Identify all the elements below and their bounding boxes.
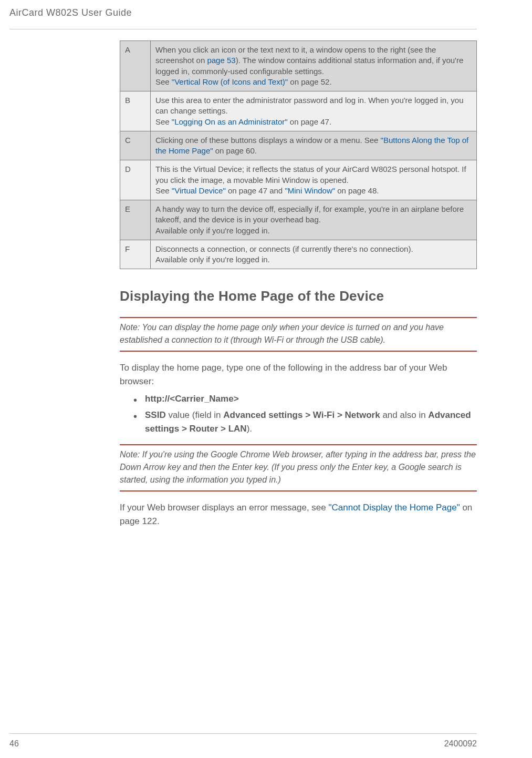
text: Available only if you're logged in. <box>155 255 270 264</box>
text: If your Web browser displays an error me… <box>120 503 328 513</box>
text: See <box>155 186 172 195</box>
bold-text: SSID <box>145 410 166 420</box>
body-paragraph-2: If your Web browser displays an error me… <box>120 501 477 528</box>
row-letter: F <box>120 240 151 269</box>
footer-rule <box>9 733 477 734</box>
note-2: Note: If you're using the Google Chrome … <box>120 448 477 486</box>
bold-text: http://<Carrier_Name> <box>145 394 239 404</box>
text: This is the Virtual Device; it reflects … <box>155 165 466 184</box>
link-text[interactable]: page 53 <box>207 56 235 65</box>
text: Disconnects a connection, or connects (i… <box>155 244 413 253</box>
row-description: Clicking one of these buttons displays a… <box>151 131 477 160</box>
row-letter: B <box>120 91 151 131</box>
bullet-list: http://<Carrier_Name>SSID value (field i… <box>120 392 477 436</box>
row-description: This is the Virtual Device; it reflects … <box>151 160 477 200</box>
page: AirCard W802S User Guide AWhen you click… <box>0 0 532 758</box>
note-1: Note: You can display the home page only… <box>120 321 477 346</box>
text: Clicking one of these buttons displays a… <box>155 136 381 145</box>
table-row: AWhen you click an icon or the text next… <box>120 41 477 91</box>
text: on page 48. <box>335 186 379 195</box>
text: Available only if you're logged in. <box>155 226 270 235</box>
bold-text: Advanced settings > Wi-Fi > Network <box>223 410 380 420</box>
row-description: A handy way to turn the device off, espe… <box>151 200 477 240</box>
note-label: Note: <box>120 323 142 332</box>
link-text[interactable]: "Cannot Display the Home Page" <box>328 503 460 513</box>
content-column: AWhen you click an icon or the text next… <box>120 40 477 532</box>
link-text[interactable]: "Logging On as an Administrator" <box>172 117 288 126</box>
note-text: You can display the home page only when … <box>120 323 444 344</box>
footer-doc-number: 2400092 <box>444 739 477 749</box>
row-letter: C <box>120 131 151 160</box>
note-rule-bottom <box>120 351 477 352</box>
table-row: CClicking one of these buttons displays … <box>120 131 477 160</box>
text: ). <box>247 424 252 434</box>
reference-table: AWhen you click an icon or the text next… <box>120 40 477 269</box>
row-letter: D <box>120 160 151 200</box>
text: on page 47. <box>288 117 331 126</box>
link-text[interactable]: "Vertical Row (of Icons and Text)" <box>172 77 288 86</box>
table-row: DThis is the Virtual Device; it reflects… <box>120 160 477 200</box>
text: See <box>155 77 172 86</box>
row-letter: E <box>120 200 151 240</box>
text: on page 52. <box>288 77 331 86</box>
table-row: FDisconnects a connection, or connects (… <box>120 240 477 269</box>
text: See <box>155 117 172 126</box>
row-description: When you click an icon or the text next … <box>151 41 477 91</box>
table-row: EA handy way to turn the device off, esp… <box>120 200 477 240</box>
note-text: If you're using the Google Chrome Web br… <box>120 450 476 484</box>
text: value (field in <box>166 410 224 420</box>
note2-rule-top <box>120 444 477 445</box>
body-paragraph-1: To display the home page, type one of th… <box>120 361 477 388</box>
note-rule-top <box>120 317 477 318</box>
header-title: AirCard W802S User Guide <box>9 7 132 18</box>
section-heading: Displaying the Home Page of the Device <box>120 288 477 304</box>
text: Use this area to enter the administrator… <box>155 96 464 115</box>
note2-rule-bottom <box>120 490 477 491</box>
row-description: Disconnects a connection, or connects (i… <box>151 240 477 269</box>
link-text[interactable]: "Mini Window" <box>285 186 335 195</box>
text: A handy way to turn the device off, espe… <box>155 204 464 224</box>
list-item: SSID value (field in Advanced settings >… <box>133 408 477 436</box>
note-label: Note: <box>120 450 142 459</box>
list-item: http://<Carrier_Name> <box>133 392 477 406</box>
row-description: Use this area to enter the administrator… <box>151 91 477 131</box>
table-row: BUse this area to enter the administrato… <box>120 91 477 131</box>
text: on page 47 and <box>226 186 285 195</box>
header-rule <box>9 29 477 29</box>
link-text[interactable]: "Virtual Device" <box>172 186 226 195</box>
row-letter: A <box>120 41 151 91</box>
text: and also in <box>380 410 429 420</box>
text: on page 60. <box>213 146 257 155</box>
footer-page-number: 46 <box>9 739 19 749</box>
